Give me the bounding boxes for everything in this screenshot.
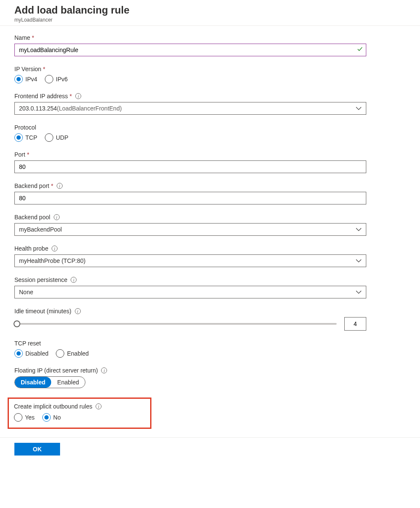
idle-timeout-label: Idle timeout (minutes) (14, 308, 71, 315)
panel-header: Add load balancing rule myLoadBalancer (0, 0, 420, 26)
required-indicator: * (51, 182, 53, 189)
name-input-wrap (14, 44, 366, 56)
radio-icon (45, 133, 53, 142)
required-indicator: * (70, 93, 72, 99)
info-icon[interactable]: i (75, 308, 81, 314)
idle-timeout-input[interactable] (344, 317, 366, 331)
idle-timeout-slider[interactable] (14, 323, 337, 325)
radio-icon (14, 75, 23, 83)
slider-thumb[interactable] (14, 320, 20, 327)
ip-version-radios: IPv4 IPv6 (14, 75, 366, 83)
chevron-down-icon (356, 290, 362, 294)
field-label: Floating IP (direct server return) i (14, 367, 366, 374)
field-label: Backend port * i (14, 182, 366, 189)
radio-icon (42, 413, 51, 422)
radio-udp[interactable]: UDP (45, 133, 69, 142)
field-label: IP Version * (14, 66, 366, 72)
session-persistence-label: Session persistence (14, 276, 67, 283)
tcp-reset-label: TCP reset (14, 340, 41, 347)
radio-label: IPv6 (56, 76, 68, 83)
floating-ip-toggle: Disabled Enabled (14, 376, 85, 388)
radio-label: No (53, 414, 61, 421)
backend-pool-value: myBackendPool (19, 226, 62, 233)
chevron-down-icon (356, 106, 362, 110)
radio-tcp[interactable]: TCP (14, 133, 37, 142)
field-tcp-reset: TCP reset Disabled Enabled (14, 340, 366, 358)
info-icon[interactable]: i (52, 246, 58, 251)
required-indicator: * (32, 34, 34, 41)
protocol-radios: TCP UDP (14, 133, 366, 142)
frontend-ip-suffix: (LoadBalancerFrontEnd) (57, 105, 122, 112)
field-label: Port * (14, 151, 366, 158)
field-floating-ip: Floating IP (direct server return) i Dis… (14, 367, 366, 388)
name-label: Name (14, 34, 30, 41)
frontend-ip-select[interactable]: 203.0.113.254 (LoadBalancerFrontEnd) (14, 102, 366, 115)
toggle-floating-enabled[interactable]: Enabled (51, 377, 85, 388)
field-label: TCP reset (14, 340, 366, 347)
backend-pool-label: Backend pool (14, 214, 50, 221)
radio-label: Enabled (67, 350, 88, 357)
radio-icon (14, 349, 23, 358)
radio-ipv4[interactable]: IPv4 (14, 75, 37, 83)
radio-icon (14, 133, 23, 142)
outbound-label: Create implicit outbound rules (14, 403, 92, 410)
ip-version-label: IP Version (14, 66, 41, 72)
ok-button[interactable]: OK (14, 443, 60, 456)
info-icon[interactable]: i (54, 214, 60, 220)
radio-label: IPv4 (25, 76, 37, 83)
frontend-ip-label: Frontend IP address (14, 93, 68, 99)
panel-footer: OK (0, 437, 420, 464)
field-name: Name * (14, 34, 366, 56)
health-probe-select[interactable]: myHealthProbe (TCP:80) (14, 254, 366, 267)
radio-ipv6[interactable]: IPv6 (45, 75, 68, 83)
backend-pool-select[interactable]: myBackendPool (14, 223, 366, 236)
info-icon[interactable]: i (57, 183, 63, 189)
protocol-label: Protocol (14, 124, 36, 131)
name-input[interactable] (14, 44, 366, 56)
session-persistence-select[interactable]: None (14, 286, 366, 298)
required-indicator: * (43, 66, 45, 72)
radio-outbound-yes[interactable]: Yes (14, 413, 35, 422)
radio-icon (56, 349, 64, 358)
field-backend-pool: Backend pool i myBackendPool (14, 214, 366, 236)
health-probe-label: Health probe (14, 245, 48, 252)
field-backend-port: Backend port * i (14, 182, 366, 204)
backend-port-input[interactable] (14, 192, 366, 204)
radio-tcp-reset-disabled[interactable]: Disabled (14, 349, 48, 358)
session-persistence-value: None (19, 289, 33, 295)
field-label: Frontend IP address * i (14, 93, 366, 99)
field-protocol: Protocol TCP UDP (14, 124, 366, 142)
page-title: Add load balancing rule (14, 4, 406, 16)
field-label: Idle timeout (minutes) i (14, 308, 366, 315)
required-indicator: * (27, 151, 29, 158)
radio-tcp-reset-enabled[interactable]: Enabled (56, 349, 88, 358)
port-input[interactable] (14, 160, 366, 173)
field-label: Create implicit outbound rules i (14, 403, 145, 410)
field-label: Name * (14, 34, 366, 41)
form-body: Name * IP Version * IPv4 IPv6 (0, 26, 381, 437)
info-icon[interactable]: i (71, 277, 77, 283)
frontend-ip-value: 203.0.113.254 (19, 105, 57, 112)
outbound-radios: Yes No (14, 413, 145, 422)
field-port: Port * (14, 151, 366, 173)
page-subtitle: myLoadBalancer (14, 17, 406, 23)
field-health-probe: Health probe i myHealthProbe (TCP:80) (14, 245, 366, 267)
radio-label: Disabled (25, 350, 48, 357)
info-icon[interactable]: i (75, 93, 81, 99)
field-session-persistence: Session persistence i None (14, 276, 366, 298)
field-label: Health probe i (14, 245, 366, 252)
field-frontend-ip: Frontend IP address * i 203.0.113.254 (L… (14, 93, 366, 115)
chevron-down-icon (356, 259, 362, 263)
chevron-down-icon (356, 227, 362, 232)
field-label: Backend pool i (14, 214, 366, 221)
info-icon[interactable]: i (101, 367, 107, 373)
tcp-reset-radios: Disabled Enabled (14, 349, 366, 358)
health-probe-value: myHealthProbe (TCP:80) (19, 257, 85, 264)
radio-label: Yes (25, 414, 35, 421)
field-idle-timeout: Idle timeout (minutes) i (14, 308, 366, 331)
radio-outbound-no[interactable]: No (42, 413, 61, 422)
toggle-floating-disabled[interactable]: Disabled (15, 377, 51, 388)
radio-icon (14, 413, 22, 422)
info-icon[interactable]: i (96, 403, 102, 409)
highlighted-section: Create implicit outbound rules i Yes No (8, 398, 151, 429)
